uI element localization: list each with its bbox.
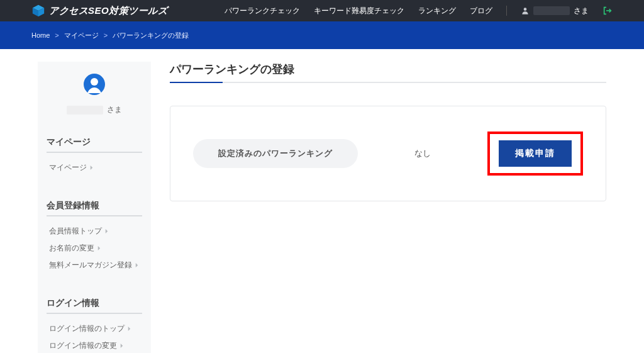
sidebar-link-login-change[interactable]: ログイン情報の変更	[47, 337, 142, 353]
sidebar-item-label: ログイン情報の変更	[49, 340, 117, 351]
main-content: パワーランキングの登録 設定済みのパワーランキング なし 掲載申請	[170, 62, 606, 353]
breadcrumb-sep: >	[104, 31, 108, 39]
chevron-right-icon	[127, 327, 131, 331]
sidebar-link-account-top[interactable]: 会員情報トップ	[47, 223, 142, 240]
sidebar-link-name-change[interactable]: お名前の変更	[47, 240, 142, 257]
logo-cube-icon	[31, 4, 45, 18]
sidebar-item-label: お名前の変更	[49, 243, 94, 254]
sidebar-link-login-top[interactable]: ログイン情報のトップ	[47, 320, 142, 337]
top-bar: アクセスSEO対策ツールズ パワーランクチェック キーワード難易度チェック ラン…	[0, 0, 644, 21]
breadcrumb-home[interactable]: Home	[31, 31, 50, 39]
logo[interactable]: アクセスSEO対策ツールズ	[31, 4, 167, 18]
sidebar-user-suffix: さま	[107, 104, 122, 115]
sidebar-section-account: 会員登録情報 会員情報トップ お名前の変更 無料メールマガジン登録	[47, 200, 142, 274]
apply-button[interactable]: 掲載申請	[499, 140, 572, 167]
sidebar-section-login: ログイン情報 ログイン情報のトップ ログイン情報の変更	[47, 298, 142, 353]
nav-separator	[506, 6, 507, 16]
sidebar-item-label: 無料メールマガジン登録	[49, 260, 132, 271]
sidebar: さま マイページ マイページ 会員登録情報 会員情報トップ お名前の変更 無料メ…	[38, 62, 151, 353]
configured-ranking-label: 設定済みのパワーランキング	[193, 139, 358, 168]
chevron-right-icon	[119, 344, 124, 348]
logout-icon[interactable]	[602, 6, 613, 16]
configured-ranking-status: なし	[383, 148, 462, 159]
top-nav: パワーランクチェック キーワード難易度チェック ランキング ブログ さま	[225, 6, 613, 16]
chevron-right-icon	[97, 246, 101, 250]
avatar-icon	[83, 73, 106, 96]
page-title: パワーランキングの登録	[170, 62, 606, 83]
nav-power-rank-check[interactable]: パワーランクチェック	[225, 6, 300, 16]
breadcrumb-current: パワーランキングの登録	[113, 31, 189, 40]
breadcrumb-mypage[interactable]: マイページ	[64, 31, 99, 40]
sidebar-title-account: 会員登録情報	[47, 200, 142, 216]
sidebar-title-login: ログイン情報	[47, 298, 142, 314]
user-suffix: さま	[574, 6, 589, 16]
sidebar-avatar: さま	[47, 73, 142, 115]
breadcrumb-sep: >	[55, 31, 58, 39]
nav-ranking[interactable]: ランキング	[418, 6, 456, 16]
sidebar-link-mailmag[interactable]: 無料メールマガジン登録	[47, 257, 142, 274]
apply-highlight-box: 掲載申請	[487, 132, 583, 176]
chevron-right-icon	[89, 165, 94, 170]
logo-text: アクセスSEO対策ツールズ	[49, 5, 167, 17]
sidebar-item-label: マイページ	[49, 162, 87, 173]
nav-keyword-difficulty[interactable]: キーワード難易度チェック	[314, 6, 404, 16]
sidebar-section-mypage: マイページ マイページ	[47, 137, 142, 176]
sidebar-title-mypage: マイページ	[47, 137, 142, 153]
nav-blog[interactable]: ブログ	[470, 6, 492, 16]
sidebar-link-mypage[interactable]: マイページ	[47, 159, 142, 176]
user-icon	[521, 6, 530, 15]
user-chip[interactable]: さま	[521, 6, 589, 16]
ranking-card: 設定済みのパワーランキング なし 掲載申請	[170, 106, 606, 201]
breadcrumb-bar: Home > マイページ > パワーランキングの登録	[0, 21, 644, 49]
sidebar-user-name-redacted	[67, 106, 103, 115]
sidebar-item-label: 会員情報トップ	[49, 226, 102, 237]
chevron-right-icon	[104, 229, 109, 233]
svg-point-3	[524, 8, 527, 11]
svg-point-5	[91, 78, 98, 86]
chevron-right-icon	[135, 263, 139, 267]
sidebar-item-label: ログイン情報のトップ	[49, 323, 125, 334]
user-name-redacted	[533, 6, 570, 15]
